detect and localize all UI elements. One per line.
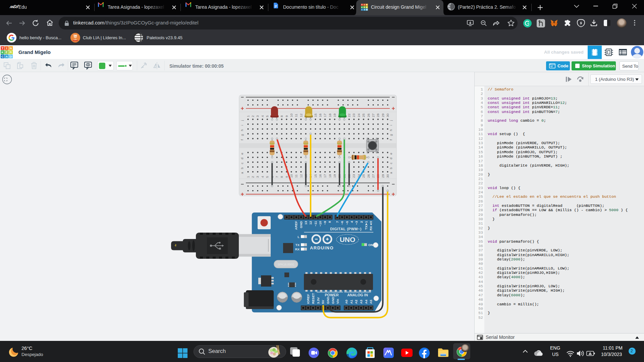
svg-text:12: 12 — [299, 174, 303, 178]
svg-text:E: E — [364, 6, 365, 8]
svg-text:g: g — [389, 134, 393, 136]
svg-text:RX◄0: RX◄0 — [369, 221, 373, 231]
svg-text:GND: GND — [331, 297, 335, 304]
svg-text:POWER: POWER — [325, 293, 339, 297]
svg-text:25: 25 — [362, 113, 365, 117]
svg-text:8: 8 — [280, 176, 283, 178]
svg-text:~10: ~10 — [318, 221, 322, 227]
svg-text:ARDUINO: ARDUINO — [310, 245, 334, 250]
svg-text:30: 30 — [386, 174, 389, 178]
svg-text:3: 3 — [256, 115, 259, 117]
svg-text:f: f — [240, 139, 244, 140]
svg-text:IOREF: IOREF — [306, 294, 310, 304]
svg-text:28: 28 — [376, 113, 380, 117]
svg-text:LIA: LIA — [74, 39, 76, 41]
svg-text:26: 26 — [367, 113, 370, 117]
svg-text:4: 4 — [261, 115, 264, 117]
svg-text:ON: ON — [368, 243, 373, 247]
svg-text:R: R — [10, 50, 12, 54]
svg-text:UNO: UNO — [340, 236, 356, 243]
svg-text:N: N — [10, 46, 12, 50]
svg-text:A0: A0 — [344, 300, 348, 304]
svg-text:27: 27 — [371, 174, 375, 178]
svg-text:~3: ~3 — [355, 221, 358, 225]
svg-text:2: 2 — [251, 115, 255, 117]
svg-text:i: i — [240, 125, 244, 126]
svg-text:d: d — [240, 158, 244, 159]
svg-text:2: 2 — [251, 176, 255, 178]
svg-text:K: K — [1, 50, 4, 54]
svg-text:19: 19 — [333, 174, 336, 178]
svg-text:GND: GND — [299, 221, 303, 228]
svg-text:5V: 5V — [321, 300, 325, 304]
svg-text:SPK16.000G: SPK16.000G — [278, 263, 294, 266]
svg-text:15: 15 — [314, 113, 317, 117]
svg-text:D: D — [10, 55, 12, 58]
svg-text:17: 17 — [323, 114, 327, 117]
svg-text:13: 13 — [304, 221, 308, 225]
svg-text:e: e — [240, 153, 244, 155]
svg-text:24: 24 — [357, 113, 361, 117]
svg-text:8: 8 — [280, 115, 283, 117]
svg-text:a: a — [389, 172, 393, 174]
svg-text:18: 18 — [328, 113, 332, 117]
svg-text:T: T — [2, 46, 4, 50]
svg-text:26: 26 — [367, 174, 370, 178]
svg-text:7: 7 — [335, 221, 339, 223]
svg-text:A3: A3 — [359, 300, 363, 304]
svg-text:AREF: AREF — [294, 221, 298, 230]
svg-text:1: 1 — [246, 176, 250, 178]
svg-text:16: 16 — [318, 174, 322, 178]
svg-text:29: 29 — [381, 174, 385, 178]
svg-text:GND: GND — [326, 297, 330, 304]
svg-text:R: R — [366, 6, 368, 8]
svg-text:~5: ~5 — [345, 221, 349, 225]
svg-text:A: A — [6, 55, 8, 58]
svg-text:TX➤1: TX➤1 — [364, 221, 368, 230]
svg-text:C: C — [1, 55, 4, 58]
svg-text:h: h — [389, 129, 393, 131]
svg-text:4: 4 — [261, 176, 264, 178]
svg-text:7: 7 — [275, 176, 279, 178]
svg-text:RX: RX — [295, 247, 300, 251]
svg-text:4: 4 — [350, 221, 354, 223]
svg-text:5: 5 — [265, 176, 269, 178]
svg-text:A1: A1 — [350, 300, 353, 304]
svg-text:N: N — [366, 4, 368, 6]
svg-text:11: 11 — [294, 174, 298, 178]
svg-text:TX: TX — [296, 243, 300, 247]
svg-text:2: 2 — [360, 221, 363, 223]
svg-text:b: b — [240, 167, 244, 169]
svg-text:27: 27 — [371, 114, 375, 117]
svg-text:RESET: RESET — [311, 293, 315, 304]
svg-text:23: 23 — [352, 113, 356, 117]
svg-text:K: K — [361, 6, 363, 8]
svg-text:A2: A2 — [354, 300, 358, 304]
svg-text:a: a — [240, 172, 244, 174]
svg-text:L: L — [298, 235, 300, 239]
svg-text:~6: ~6 — [340, 221, 344, 225]
svg-text:b: b — [389, 167, 393, 169]
svg-text:10: 10 — [289, 113, 293, 117]
svg-text:j: j — [240, 120, 244, 121]
svg-text:15: 15 — [314, 174, 317, 178]
svg-text:A: A — [364, 9, 365, 11]
svg-text:DIGITAL (PWM~): DIGITAL (PWM~) — [330, 227, 362, 231]
svg-text:D: D — [366, 9, 368, 11]
svg-text:3.3V: 3.3V — [316, 297, 320, 304]
svg-text:A4: A4 — [364, 300, 368, 304]
svg-text:12: 12 — [299, 114, 303, 117]
svg-text:d: d — [389, 158, 393, 159]
svg-text:16: 16 — [318, 113, 322, 117]
svg-text:h: h — [240, 129, 244, 131]
svg-text:9: 9 — [285, 176, 288, 178]
svg-text:~11: ~11 — [314, 221, 317, 226]
svg-text:I: I — [6, 46, 7, 50]
svg-text:5: 5 — [265, 115, 269, 117]
svg-text:c: c — [389, 163, 393, 164]
svg-text:22: 22 — [347, 114, 351, 117]
svg-text:E: E — [6, 50, 8, 54]
svg-text:29: 29 — [381, 114, 385, 117]
svg-text:8: 8 — [328, 221, 331, 223]
svg-text:i: i — [389, 125, 393, 126]
